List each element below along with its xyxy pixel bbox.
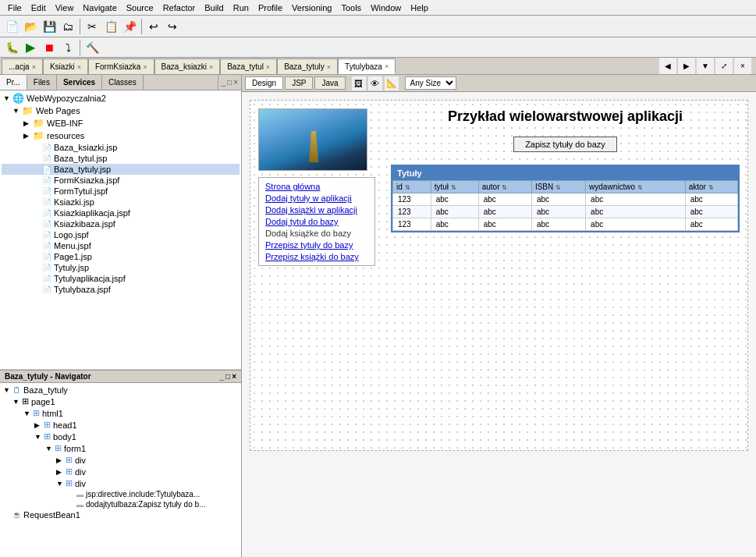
menu-source[interactable]: Source — [122, 2, 158, 14]
nav-div3-toggle[interactable]: ▼ — [56, 480, 66, 488]
panel-minimize-icon[interactable]: _ — [222, 78, 226, 87]
paste-button[interactable]: 📌 — [121, 18, 138, 35]
tree-file-13[interactable]: 📄 Tytulyaplikacja.jspf — [2, 273, 240, 284]
design-canvas[interactable]: Strona główna Dodaj tytuły w aplikacji D… — [242, 92, 756, 557]
nav-head1-toggle[interactable]: ▶ — [34, 421, 44, 429]
tree-resources[interactable]: ▶ 📁 resources — [2, 129, 240, 142]
nav-body1-toggle[interactable]: ▼ — [34, 433, 44, 441]
tree-file-7[interactable]: 📄 Ksiazkiaplikacja.jspf — [2, 208, 240, 218]
nav-node-div1[interactable]: ▶ ⊞ div — [2, 454, 240, 466]
nav-node-body1[interactable]: ▼ ⊞ body1 — [2, 431, 240, 442]
menu-window[interactable]: Window — [366, 2, 406, 14]
tree-file-6[interactable]: 📄 Ksiazki.jsp — [2, 197, 240, 208]
nav-node-form1[interactable]: ▼ ⊞ form1 — [2, 442, 240, 454]
tab-acja-close[interactable]: × — [32, 63, 36, 71]
nav-node-head1[interactable]: ▶ ⊞ head1 — [2, 419, 240, 431]
menu-file[interactable]: File — [3, 2, 27, 14]
tree-file-1[interactable]: 📄 Baza_ksiazki.jsp — [2, 142, 240, 153]
tree-file-5[interactable]: 📄 FormTytul.jspf — [2, 186, 240, 197]
panel-close-icon[interactable]: × — [233, 78, 238, 87]
panel-tab-pr[interactable]: Pr... — [0, 75, 27, 90]
nav-minimize-icon[interactable]: _ — [220, 372, 225, 381]
tab-baza-tytuly-close[interactable]: × — [327, 63, 331, 71]
debug-button[interactable]: 🐛 — [3, 39, 20, 56]
tab-formksiazka[interactable]: FormKsiazka × — [88, 59, 154, 74]
tree-file-4[interactable]: 📄 FormKsiazka.jspf — [2, 175, 240, 186]
menu-edit[interactable]: Edit — [27, 2, 51, 14]
menu-help[interactable]: Help — [406, 2, 433, 14]
menu-view[interactable]: View — [51, 2, 79, 14]
nav-node-html1[interactable]: ▼ ⊞ html1 — [2, 407, 240, 419]
tab-baza-ksiazki-close[interactable]: × — [209, 63, 213, 71]
nav-link-dodaj-tytu[interactable]: Dodaj tytuły w aplikacji — [265, 193, 368, 203]
nav-div1-toggle[interactable]: ▶ — [56, 456, 66, 464]
nav-link-dodaj-ksiazki[interactable]: Dodaj książki w aplikacji — [265, 205, 368, 215]
nav-node-div2[interactable]: ▶ ⊞ div — [2, 466, 240, 477]
new-button[interactable]: 📄 — [3, 18, 20, 35]
tree-file-12[interactable]: 📄 Tytuly.jsp — [2, 262, 240, 273]
tab-baza-tytul[interactable]: Baza_tytul × — [220, 59, 277, 74]
menu-build[interactable]: Build — [200, 2, 228, 14]
panel-tab-services[interactable]: Services — [57, 75, 102, 90]
tree-file-8[interactable]: 📄 Ksiazkibaza.jspf — [2, 218, 240, 229]
nav-node-jsp-directive[interactable]: ▬ jsp:directive.include:Tytulybaza... — [2, 489, 240, 499]
tree-web-inf[interactable]: ▶ 📁 WEB-INF — [2, 117, 240, 129]
save-all-button[interactable]: 🗂 — [59, 18, 76, 35]
menu-navigate[interactable]: Navigate — [78, 2, 121, 14]
nav-restore-icon[interactable]: □ — [225, 372, 230, 381]
any-size-select[interactable]: Any Size — [405, 76, 456, 90]
panel-tab-classes[interactable]: Classes — [102, 75, 144, 90]
tree-web-pages[interactable]: ▼ 📁 Web Pages — [2, 105, 240, 117]
nav-node-dodaj[interactable]: ▬ dodajtytulbaza:Zapisz tytuły do b... — [2, 499, 240, 509]
navigator-tree[interactable]: ▼ 🗒 Baza_tytuly ▼ ⊞ page1 ▼ ⊞ html1 — [0, 383, 241, 557]
tree-file-11[interactable]: 📄 Page1.jsp — [2, 251, 240, 262]
redo-button[interactable]: ↪ — [164, 18, 181, 35]
menu-run[interactable]: Run — [229, 2, 254, 14]
nav-close-icon[interactable]: × — [232, 372, 236, 381]
panel-restore-icon[interactable]: □ — [227, 78, 232, 87]
design-preview-icon[interactable]: 👁 — [368, 76, 382, 90]
nav-html1-toggle[interactable]: ▼ — [23, 410, 33, 417]
nav-node-page1[interactable]: ▼ ⊞ page1 — [2, 396, 240, 407]
nav-div2-toggle[interactable]: ▶ — [56, 468, 66, 476]
cut-button[interactable]: ✂ — [83, 18, 101, 35]
tree-file-2[interactable]: 📄 Baza_tytul.jsp — [2, 153, 240, 164]
submit-button[interactable]: Zapisz tytuły do bazy — [513, 137, 617, 152]
nav-node-root[interactable]: ▼ 🗒 Baza_tytuly — [2, 385, 240, 396]
undo-button[interactable]: ↩ — [145, 18, 162, 35]
design-tab-jsp[interactable]: JSP — [285, 76, 313, 90]
build-button[interactable]: 🔨 — [83, 39, 101, 56]
tree-file-10[interactable]: 📄 Menu.jspf — [2, 240, 240, 251]
tab-baza-tytuly[interactable]: Baza_tytuly × — [277, 59, 338, 74]
menu-tools[interactable]: Tools — [336, 2, 366, 14]
design-tab-java[interactable]: Java — [314, 76, 345, 90]
tab-formksiazka-close[interactable]: × — [143, 63, 147, 71]
save-button[interactable]: 💾 — [41, 18, 58, 35]
menu-versioning[interactable]: Versioning — [287, 2, 336, 14]
tab-tytulybaza-close[interactable]: × — [385, 62, 389, 70]
tab-acja[interactable]: ...acja × — [2, 59, 43, 74]
nav-link-strona[interactable]: Strona główna — [265, 182, 368, 191]
nav-form1-toggle[interactable]: ▼ — [45, 445, 55, 452]
nav-link-przepisz-tytu[interactable]: Przepisz tytuły do bazy — [265, 240, 368, 250]
nav-node-requestbean[interactable]: ☕ RequestBean1 — [2, 509, 240, 520]
resources-toggle[interactable]: ▶ — [23, 132, 33, 140]
tab-scroll-left[interactable]: ◀ — [659, 58, 676, 74]
close-editor-button[interactable]: × — [734, 58, 751, 74]
nav-root-toggle[interactable]: ▼ — [3, 386, 12, 394]
restore-button[interactable]: ⤢ — [715, 58, 733, 74]
tree-file-3[interactable]: 📄 Baza_tytuly.jsp — [2, 164, 240, 175]
run-button[interactable]: ▶ — [22, 39, 39, 56]
stop-button[interactable]: ⏹ — [41, 39, 58, 56]
file-tree[interactable]: ▼ 🌐 WebWypozyczalnia2 ▼ 📁 Web Pages ▶ 📁 … — [0, 90, 241, 370]
tab-baza-tytul-close[interactable]: × — [266, 63, 270, 71]
web-inf-toggle[interactable]: ▶ — [23, 119, 33, 127]
menu-refactor[interactable]: Refactor — [158, 2, 201, 14]
tab-ksiazki-close[interactable]: × — [77, 63, 81, 71]
tab-ksiazki[interactable]: Ksiazki × — [43, 59, 88, 74]
tab-baza-ksiazki[interactable]: Baza_ksiazki × — [154, 59, 221, 74]
nav-page1-toggle[interactable]: ▼ — [12, 398, 22, 406]
tree-file-9[interactable]: 📄 Logo.jspf — [2, 229, 240, 240]
panel-tab-files[interactable]: Files — [27, 75, 57, 90]
menu-profile[interactable]: Profile — [254, 2, 287, 14]
